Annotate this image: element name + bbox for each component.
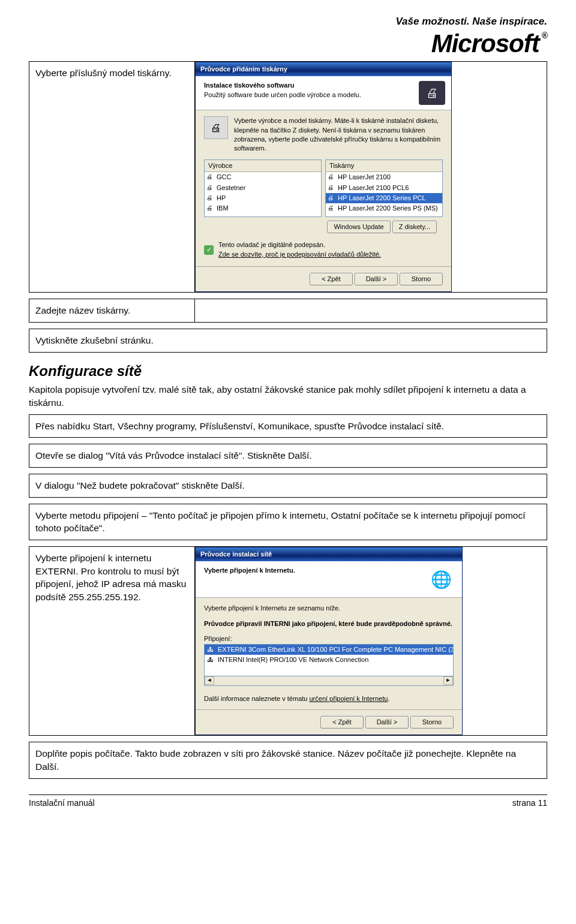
printer-wizard-cell: Průvodce přidáním tiskárny Instalace tis… <box>195 61 547 293</box>
more-info-line: Další informace naleznete v tématu určen… <box>204 694 454 703</box>
network-setup-wizard-dialog: Průvodce instalací sítě Vyberte připojen… <box>195 547 463 735</box>
back-button[interactable]: < Zpět <box>320 716 364 729</box>
dialog-heading: Vyberte připojení k Internetu. <box>204 566 295 575</box>
cancel-button[interactable]: Storno <box>410 716 454 729</box>
step-select-model: Vyberte příslušný model tiskárny. <box>29 61 195 293</box>
dialog-instructions: Vyberte připojení k Internetu ze seznamu… <box>204 604 454 613</box>
section-heading: Konfigurace sítě <box>29 361 547 381</box>
microsoft-logo: Microsoft <box>431 31 547 56</box>
dialog-titlebar[interactable]: Průvodce instalací sítě <box>196 547 462 561</box>
step-text: Otevře se dialog "Vítá vás Průvodce inst… <box>29 444 547 468</box>
brand-tagline: Vaše možnosti. Naše inspirace. <box>29 14 547 29</box>
driver-signed-label: Tento ovladač je digitálně podepsán. <box>218 240 381 249</box>
list-item[interactable]: GCC <box>205 172 321 182</box>
printer-step-table: Vyberte příslušný model tiskárny. Průvod… <box>29 61 547 293</box>
dialog-titlebar[interactable]: Průvodce přidáním tiskárny <box>196 62 451 76</box>
list-item[interactable]: infotec <box>205 214 321 217</box>
connection-listbox[interactable]: EXTERNI 3Com EtherLink XL 10/100 PCI For… <box>204 644 454 676</box>
footer-left: Instalační manuál <box>29 797 95 809</box>
network-step-6: Doplňte popis počítače. Takto bude zobra… <box>29 742 547 778</box>
list-item[interactable]: HP LaserJet 2100 PCL6 <box>326 183 442 193</box>
dialog-instructions: Vyberte výrobce a model tiskárny. Máte-l… <box>234 116 443 154</box>
step-print-test: Vytiskněte zkušební stránku. <box>29 329 547 353</box>
from-disk-button[interactable]: Z diskety... <box>392 221 437 233</box>
driver-signed-link[interactable]: Zde se dozvíte, proč je podepisování ovl… <box>218 251 381 258</box>
manufacturer-listbox[interactable]: Výrobce GCC Gestetner HP IBM infotec <box>204 159 322 217</box>
dialog-hint-text: Průvodce připravil INTERNI jako připojen… <box>204 620 452 627</box>
scroll-right-button[interactable]: ► <box>443 676 453 685</box>
connection-list-label: Připojení: <box>204 634 454 643</box>
dialog-header: Instalace tiskového softwaru Použitý sof… <box>196 76 451 110</box>
list-item[interactable]: HP LaserJet 2200 Series PS (MS) <box>326 203 442 213</box>
step-text: Přes nabídku Start, Všechny programy, Př… <box>29 414 547 438</box>
footer-right: strana 11 <box>512 797 547 809</box>
network-globe-icon: 🌐 <box>426 566 456 592</box>
step-text: V dialogu "Než budete pokračovat" stiskn… <box>29 474 547 498</box>
printer-icon: 🖨 <box>419 81 445 105</box>
network-step-1: Přes nabídku Start, Všechny programy, Př… <box>29 414 547 438</box>
step-text: Vyberte připojení k internetu EXTERNI. P… <box>29 547 195 736</box>
printer-test-row: Vytiskněte zkušební stránku. <box>29 329 547 353</box>
network-step-4: Vyberte metodu připojení – "Tento počíta… <box>29 504 547 540</box>
printer-name-row: Zadejte název tiskárny. <box>29 299 547 323</box>
cancel-button[interactable]: Storno <box>400 273 443 285</box>
signed-check-icon: ✓ <box>204 245 214 255</box>
network-step-3: V dialogu "Než budete pokračovat" stiskn… <box>29 474 547 498</box>
list-item[interactable]: IBM <box>205 203 321 213</box>
more-info-link[interactable]: určení připojení k Internetu <box>309 695 388 702</box>
step-text: Vyberte metodu připojení – "Tento počíta… <box>29 504 547 540</box>
more-info-text: Další informace naleznete v tématu <box>204 695 309 702</box>
empty-cell <box>195 299 547 323</box>
section-intro: Kapitola popisuje vytvoření tzv. malé sí… <box>29 383 547 409</box>
dialog-hint: Průvodce připravil INTERNI jako připojen… <box>204 619 454 628</box>
printers-header: Tiskárny <box>326 160 442 172</box>
scroll-left-button[interactable]: ◄ <box>205 676 214 685</box>
list-item[interactable]: HP <box>205 193 321 203</box>
step-text: Doplňte popis počítače. Takto bude zobra… <box>29 742 547 778</box>
page-header: Vaše možnosti. Naše inspirace. Microsoft <box>29 14 547 56</box>
printers-listbox[interactable]: Tiskárny HP LaserJet 2100 HP LaserJet 21… <box>325 159 443 217</box>
horizontal-scrollbar[interactable]: ◄ ► <box>204 676 454 686</box>
network-wizard-cell: Průvodce instalací sítě Vyberte připojen… <box>195 547 547 736</box>
network-step-2: Otevře se dialog "Vítá vás Průvodce inst… <box>29 444 547 468</box>
list-item-selected[interactable]: HP LaserJet 2200 Series PCL <box>326 193 442 203</box>
add-printer-wizard-dialog: Průvodce přidáním tiskárny Instalace tis… <box>195 62 452 293</box>
dialog-heading: Instalace tiskového softwaru <box>204 81 361 90</box>
list-item[interactable]: Gestetner <box>205 183 321 193</box>
windows-update-button[interactable]: Windows Update <box>327 221 390 233</box>
dialog-subheading: Použitý software bude určen podle výrobc… <box>204 91 361 98</box>
manufacturer-header: Výrobce <box>205 160 321 172</box>
page-footer: Instalační manuál strana 11 <box>29 794 547 809</box>
back-button[interactable]: < Zpět <box>310 273 353 285</box>
printer-icon: 🖨 <box>204 116 228 139</box>
list-item-selected[interactable]: EXTERNI 3Com EtherLink XL 10/100 PCI For… <box>205 645 453 655</box>
dialog-header: Vyberte připojení k Internetu. 🌐 <box>196 561 462 598</box>
list-item[interactable]: INTERNI Intel(R) PRO/100 VE Network Conn… <box>205 655 453 665</box>
network-step-5: Vyberte připojení k internetu EXTERNI. P… <box>29 546 547 736</box>
list-item[interactable]: HP LaserJet 2100 <box>326 172 442 182</box>
next-button[interactable]: Další > <box>365 716 409 729</box>
step-enter-name: Zadejte název tiskárny. <box>29 299 195 323</box>
next-button[interactable]: Další > <box>355 273 398 285</box>
